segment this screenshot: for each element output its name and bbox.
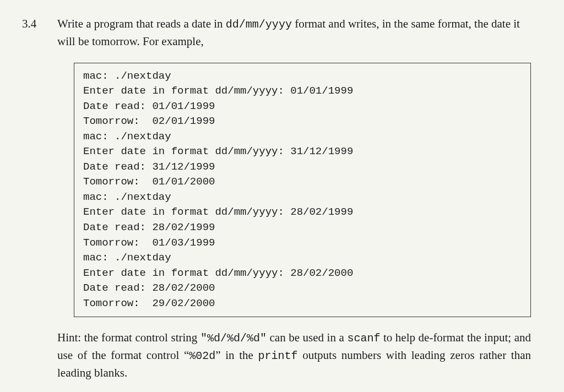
code-line: Enter date in format dd/mm/yyyy: 28/02/2…: [83, 267, 353, 279]
hint-text-1: Hint: the format control string: [57, 331, 200, 344]
hint-text-4: ” in the: [215, 349, 258, 362]
inline-code-scanf: scanf: [347, 332, 380, 345]
code-line: Tomorrow: 01/01/2000: [83, 176, 215, 188]
code-line: Tomorrow: 02/01/1999: [83, 115, 215, 127]
code-line: Tomorrow: 01/03/1999: [83, 237, 215, 249]
inline-code-scanf-format: "%d/%d/%d": [200, 332, 267, 345]
code-line: mac: ./nextday: [83, 191, 171, 203]
code-line: Date read: 28/02/1999: [83, 221, 215, 233]
code-line: mac: ./nextday: [83, 130, 171, 143]
code-line: Enter date in format dd/mm/yyyy: 01/01/1…: [83, 85, 353, 97]
problem-statement: Write a program that reads a date in dd/…: [57, 15, 531, 51]
hint-paragraph: Hint: the format control string "%d/%d/%…: [57, 329, 531, 382]
code-line: Date read: 28/02/2000: [83, 282, 215, 294]
code-example-block: mac: ./nextday Enter date in format dd/m…: [74, 63, 531, 318]
exercise-number: 3.4: [22, 15, 42, 382]
code-line: mac: ./nextday: [83, 70, 171, 82]
exercise-block: 3.4 Write a program that reads a date in…: [22, 15, 531, 382]
problem-text-1: Write a program that reads a date in: [57, 17, 226, 30]
exercise-body: Write a program that reads a date in dd/…: [57, 15, 531, 382]
code-line: Date read: 31/12/1999: [83, 161, 215, 173]
code-line: Date read: 01/01/1999: [83, 100, 215, 112]
code-line: Enter date in format dd/mm/yyyy: 31/12/1…: [83, 145, 353, 157]
code-line: Tomorrow: 29/02/2000: [83, 297, 215, 309]
inline-code-printf: printf: [258, 350, 298, 362]
hint-text-2: can be used in a: [267, 331, 347, 344]
inline-code-format: dd/mm/yyyy: [226, 18, 292, 31]
inline-code-printf-format: %02d: [189, 350, 215, 362]
code-line: Enter date in format dd/mm/yyyy: 28/02/1…: [83, 206, 353, 218]
code-line: mac: ./nextday: [83, 252, 171, 264]
